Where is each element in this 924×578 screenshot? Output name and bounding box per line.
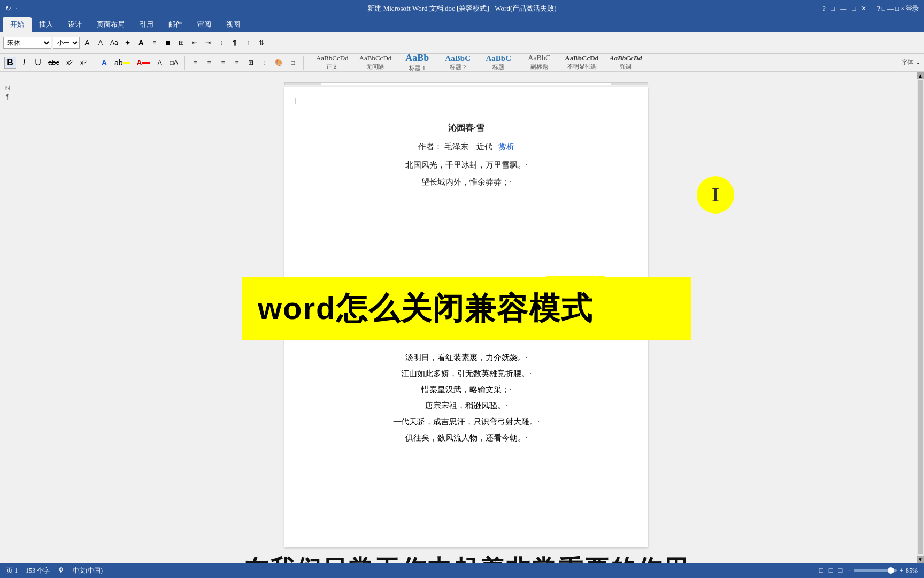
- tab-home[interactable]: 开始: [3, 17, 32, 32]
- tool-para[interactable]: ¶: [2, 90, 14, 103]
- tab-review[interactable]: 审阅: [190, 17, 219, 32]
- clear-format-btn[interactable]: ✦: [122, 37, 134, 49]
- tab-insert[interactable]: 插入: [32, 17, 60, 32]
- status-right: □ □ □ − + 85%: [819, 566, 918, 575]
- para-shading-btn[interactable]: 🎨: [273, 57, 285, 69]
- scroll-thumb[interactable]: [918, 80, 923, 554]
- align-left-btn[interactable]: ≡: [189, 57, 201, 69]
- increase-indent-btn[interactable]: ⇥: [202, 37, 214, 49]
- minimize-btn[interactable]: —: [840, 5, 846, 13]
- font-family-select[interactable]: 宋体: [3, 37, 51, 49]
- appreciation-link[interactable]: 赏析: [498, 142, 514, 151]
- zoom-track[interactable]: [854, 569, 897, 572]
- restore-btn[interactable]: □: [831, 5, 835, 13]
- subtitle-text: 在我们日常工作中起着非常重要的作用: [16, 553, 917, 563]
- status-left: 页 1 153 个字 🎙 中文(中国): [6, 566, 103, 575]
- zoom-out-btn[interactable]: −: [848, 567, 851, 575]
- border-btn[interactable]: □: [287, 57, 299, 69]
- style-strong[interactable]: AaBbCcDd 强调: [606, 52, 646, 72]
- line-spacing-btn[interactable]: ↕: [259, 57, 271, 69]
- text-effect-btn[interactable]: A: [98, 57, 110, 69]
- style-subheading[interactable]: AaBbC 副标题: [520, 52, 558, 73]
- tab-references[interactable]: 引用: [132, 17, 161, 32]
- font-group: 宋体 小一 A A Aa ✦ A ≡ ≣ ⊞ ⇤ ⇥ ↕ ¶ ↑ ⇅: [3, 34, 272, 52]
- left-tools: 时 ¶: [0, 72, 16, 563]
- group-expand-icon[interactable]: ⌄: [915, 59, 920, 65]
- bold-btn[interactable]: B: [4, 57, 16, 69]
- zoom-thumb: [888, 567, 894, 574]
- record-icon: 🎙: [58, 566, 65, 575]
- scroll-down-btn[interactable]: ▼: [917, 556, 924, 563]
- document-title: 新建 Microsoft Word 文档.doc [兼容模式] - Word(产…: [367, 4, 556, 13]
- align-right-btn[interactable]: ≡: [217, 57, 229, 69]
- align-center-btn[interactable]: ≡: [203, 57, 215, 69]
- zoom-in-btn[interactable]: +: [899, 567, 903, 575]
- style-emphasis[interactable]: AaBbCcDd 不明显强调: [561, 52, 603, 72]
- bullet-list-btn[interactable]: ≡: [149, 37, 160, 49]
- text-direction-btn[interactable]: ⇅: [256, 37, 267, 49]
- author-label: 作者：: [418, 142, 442, 151]
- char-shading-btn[interactable]: A: [154, 57, 166, 69]
- style-heading1[interactable]: AaBb 标题 1: [398, 51, 436, 74]
- document-page: 沁园春·雪 作者： 毛泽东 近代 赏析 北国风光，千里冰封，万里雪飘。· 望长城…: [284, 87, 648, 547]
- sort-btn[interactable]: ↕: [215, 37, 227, 49]
- decrease-indent-btn[interactable]: ⇤: [189, 37, 201, 49]
- scroll-up-btn[interactable]: ▲: [917, 72, 924, 79]
- italic-btn[interactable]: I: [18, 57, 30, 69]
- help-btn[interactable]: ?: [823, 5, 826, 13]
- style-heading[interactable]: AaBbC 标题: [480, 52, 517, 73]
- doc-content-lower: 淡明日，看红装素裹，力介妩娆。· 江山如此多娇，引无数英雄竞折腰。· 惜秦皇汉武…: [284, 349, 648, 446]
- tab-layout[interactable]: 页面布局: [89, 17, 132, 32]
- more-para-btn[interactable]: ↑: [242, 37, 254, 49]
- styles-section: AaBbCcDd 正文 AaBbCcDd 无间隔 AaBb 标题 1 AaBbC…: [308, 50, 892, 75]
- maximize-btn[interactable]: □: [852, 5, 856, 13]
- cursor-indicator: I: [697, 176, 734, 214]
- text-box-btn[interactable]: A: [135, 37, 147, 49]
- style-normal[interactable]: AaBbCcDd 正文: [312, 52, 352, 72]
- view-read-icon[interactable]: □: [829, 566, 833, 575]
- font-size-select[interactable]: 小一: [53, 37, 80, 49]
- char-count: 153 个字: [26, 566, 50, 575]
- doc-title: 沁园春·雪: [327, 119, 605, 136]
- doc-line-2: 望长城内外，惟余莽莽；·: [327, 174, 605, 190]
- multi-level-list-btn[interactable]: ⊞: [175, 37, 187, 49]
- main-area: 时 ¶ 沁园春·雪 作者： 毛泽东 近代 赏析: [0, 72, 924, 563]
- doc-line-唐: 唐宗宋祖，稍逊风骚。·: [327, 398, 605, 414]
- strikethrough-btn[interactable]: abc: [46, 57, 61, 69]
- number-list-btn[interactable]: ≣: [162, 37, 174, 49]
- view-normal-icon[interactable]: □: [819, 566, 823, 575]
- group-label-font: 字体: [902, 58, 913, 66]
- font-shrink-btn[interactable]: A: [95, 37, 106, 49]
- divider4: [897, 56, 897, 70]
- tab-view[interactable]: 视图: [219, 17, 248, 32]
- title-bar-right: ? □ — □ ✕ ? □ — □ × 登录: [823, 4, 919, 13]
- column-select-btn[interactable]: ⊞: [245, 57, 257, 69]
- change-case-btn[interactable]: Aa: [108, 37, 120, 49]
- ribbon-row2: B I U abc x2 x2 A ab A A □A ≡ ≡ ≡ ≡ ⊞ ↕ …: [0, 54, 924, 72]
- subscript-btn[interactable]: x2: [64, 57, 75, 69]
- highlight-btn[interactable]: ab: [112, 57, 133, 69]
- page-count: 页 1: [6, 566, 18, 575]
- tab-mail[interactable]: 邮件: [161, 17, 190, 32]
- title-bar: ↻ · 新建 Microsoft Word 文档.doc [兼容模式] - Wo…: [0, 0, 924, 17]
- view-web-icon[interactable]: □: [838, 566, 843, 575]
- tab-design[interactable]: 设计: [60, 17, 89, 32]
- login-btn[interactable]: ? □ — □ × 登录: [877, 4, 919, 13]
- superscript-btn[interactable]: x2: [78, 57, 89, 69]
- font-color-btn[interactable]: A: [135, 57, 152, 69]
- justify-btn[interactable]: ≡: [231, 57, 243, 69]
- font-grow-btn[interactable]: A: [81, 37, 93, 49]
- style-heading2[interactable]: AaBbC 标题 2: [439, 52, 476, 73]
- char-border-btn[interactable]: □A: [168, 57, 180, 69]
- refresh-icon[interactable]: ↻: [5, 4, 11, 13]
- author-name: 毛泽东: [444, 142, 468, 151]
- style-no-space[interactable]: AaBbCcDd 无间隔: [356, 52, 396, 72]
- tool-zoom[interactable]: 时: [2, 74, 14, 87]
- show-para-btn[interactable]: ¶: [229, 37, 241, 49]
- language-indicator[interactable]: 中文(中国): [73, 566, 103, 575]
- doc-line-天骄: 一代天骄，成吉思汗，只识弯弓射大雕。·: [327, 414, 605, 430]
- underline-btn[interactable]: U: [32, 57, 44, 69]
- underlined-xi: 惜: [421, 385, 429, 394]
- scrollbar-vertical[interactable]: ▲ ▼: [917, 72, 924, 563]
- close-btn[interactable]: ✕: [861, 5, 866, 13]
